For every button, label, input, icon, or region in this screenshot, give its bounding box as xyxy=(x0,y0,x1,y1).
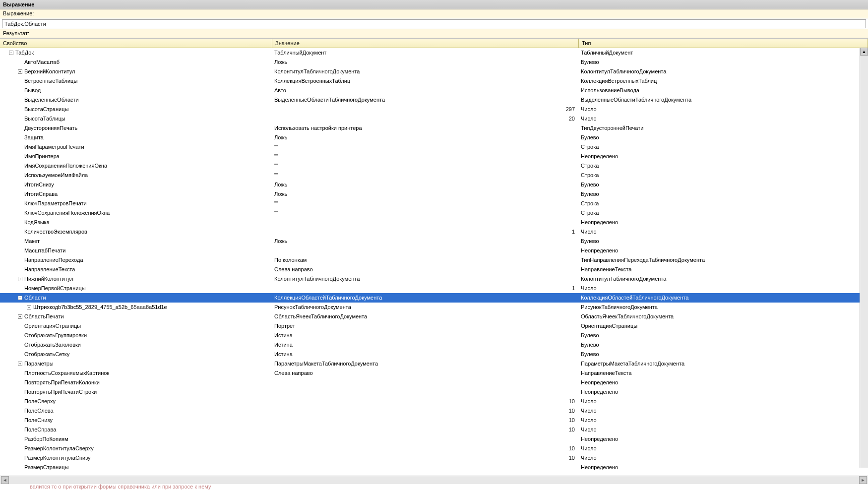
collapse-icon[interactable]: - xyxy=(18,296,22,300)
scroll-right-icon[interactable]: ► xyxy=(859,476,867,484)
property-type: Неопределено xyxy=(579,463,868,472)
column-type[interactable]: Тип xyxy=(579,39,868,48)
table-row[interactable]: +НижнийКолонтитулКолонтитулТабличногоДок… xyxy=(0,274,868,284)
toggle-placeholder xyxy=(18,117,22,121)
table-row[interactable]: ВысотаТаблицы20Число xyxy=(0,114,868,123)
property-type: Строка xyxy=(579,208,868,218)
property-type: ОбластьЯчеекТабличногоДокумента xyxy=(579,312,868,321)
table-row[interactable]: ВстроенныеТаблицыКоллекцияВстроенныхТабл… xyxy=(0,76,868,86)
toggle-placeholder xyxy=(18,343,22,347)
table-row[interactable]: -ТабДокТабличныйДокументТабличныйДокумен… xyxy=(0,48,868,58)
expression-input[interactable] xyxy=(2,19,866,28)
table-row[interactable]: +ВерхнийКолонтитулКолонтитулТабличногоДо… xyxy=(0,67,868,76)
table-row[interactable]: ИтогиСправаЛожьБулево xyxy=(0,189,868,199)
table-row[interactable]: ИмяПараметровПечати""Строка xyxy=(0,142,868,152)
column-property[interactable]: Свойство xyxy=(0,39,272,48)
toggle-placeholder xyxy=(18,248,22,253)
table-row[interactable]: ИмяСохраненияПоложенияОкна""Строка xyxy=(0,161,868,171)
grid-body[interactable]: -ТабДокТабличныйДокументТабличныйДокумен… xyxy=(0,48,868,476)
toggle-placeholder xyxy=(18,183,22,187)
table-row[interactable]: МасштабПечатиНеопределено xyxy=(0,246,868,255)
table-row[interactable]: РазмерСтраницыНеопределено xyxy=(0,463,868,472)
horizontal-scrollbar[interactable]: ◄ ► xyxy=(0,476,868,484)
vertical-scrollbar[interactable]: ▲ xyxy=(860,48,868,468)
table-row[interactable]: ИспользуемоеИмяФайла""Строка xyxy=(0,171,868,180)
table-row[interactable]: ПлотностьСохраняемыхКартинокСлева направ… xyxy=(0,368,868,378)
property-name: Области xyxy=(24,293,46,303)
toggle-placeholder xyxy=(18,164,22,168)
table-row[interactable]: ПовторятьПриПечатиКолонкиНеопределено xyxy=(0,378,868,387)
property-name: Штрихкодb7b3bc55_2829_4755_a52b_65aaa8a5… xyxy=(33,303,167,312)
property-value xyxy=(272,246,579,255)
table-row[interactable]: НомерПервойСтраницы1Число xyxy=(0,284,868,293)
table-row[interactable]: КлючСохраненияПоложенияОкна""Строка xyxy=(0,208,868,218)
table-row[interactable]: +ПараметрыПараметрыМакетаТабличногоДокум… xyxy=(0,359,868,368)
table-row[interactable]: -ОбластиКоллекцияОбластейТабличногоДокум… xyxy=(0,293,868,303)
property-type: КолонтитулТабличногоДокумента xyxy=(579,67,868,76)
property-name: Защита xyxy=(24,133,44,142)
toggle-placeholder xyxy=(18,333,22,338)
table-row[interactable]: ПолеСверху10Число xyxy=(0,397,868,406)
toggle-placeholder xyxy=(18,465,22,470)
property-type: Булево xyxy=(579,331,868,340)
table-row[interactable]: ИтогиСнизуЛожьБулево xyxy=(0,180,868,189)
table-row[interactable]: МакетЛожьБулево xyxy=(0,237,868,246)
table-row[interactable]: ОтображатьСеткуИстинаБулево xyxy=(0,350,868,359)
table-row[interactable]: РазмерКолонтитулаСверху10Число xyxy=(0,444,868,453)
expand-icon[interactable]: + xyxy=(27,305,31,309)
toggle-placeholder xyxy=(18,418,22,423)
property-name: РазмерСтраницы xyxy=(24,463,68,472)
table-row[interactable]: ОриентацияСтраницыПортретОриентацияСтран… xyxy=(0,321,868,331)
toggle-placeholder xyxy=(18,154,22,159)
table-row[interactable]: +Штрихкодb7b3bc55_2829_4755_a52b_65aaa8a… xyxy=(0,303,868,312)
expand-icon[interactable]: + xyxy=(18,314,22,319)
property-type: КоллекцияОбластейТабличногоДокумента xyxy=(579,293,868,303)
scroll-left-icon[interactable]: ◄ xyxy=(1,476,9,484)
table-row[interactable]: НаправлениеПереходаПо колонкамТипНаправл… xyxy=(0,255,868,265)
toggle-placeholder xyxy=(18,390,22,394)
table-row[interactable]: КоличествоЭкземпляров1Число xyxy=(0,227,868,237)
table-row[interactable]: РазборПоКопиямНеопределено xyxy=(0,434,868,444)
table-row[interactable]: ПолеСлева10Число xyxy=(0,406,868,416)
property-name: ОриентацияСтраницы xyxy=(24,321,81,331)
table-row[interactable]: ВыводАвтоИспользованиеВывода xyxy=(0,86,868,95)
property-type: Булево xyxy=(579,237,868,246)
property-name: Вывод xyxy=(24,86,41,95)
property-type: Число xyxy=(579,397,868,406)
table-row[interactable]: ВысотаСтраницы297Число xyxy=(0,105,868,114)
property-type: Неопределено xyxy=(579,218,868,227)
property-name: ВыделенныеОбласти xyxy=(24,95,79,105)
table-row[interactable]: ОтображатьЗаголовкиИстинаБулево xyxy=(0,340,868,350)
table-row[interactable]: ДвусторонняяПечатьИспользовать настройки… xyxy=(0,123,868,133)
table-row[interactable]: АвтоМасштабЛожьБулево xyxy=(0,58,868,67)
table-row[interactable]: ОтображатьГруппировкиИстинаБулево xyxy=(0,331,868,340)
collapse-icon[interactable]: - xyxy=(9,51,13,55)
expression-label: Выражение: xyxy=(0,9,868,18)
table-row[interactable]: ИмяПринтера""Неопределено xyxy=(0,152,868,161)
expand-icon[interactable]: + xyxy=(18,69,22,74)
table-row[interactable]: ПовторятьПриПечатиСтрокиНеопределено xyxy=(0,387,868,397)
table-row[interactable]: ЗащитаЛожьБулево xyxy=(0,133,868,142)
property-name: ВерхнийКолонтитул xyxy=(24,67,75,76)
table-row[interactable]: РазмерКолонтитулаСнизу10Число xyxy=(0,453,868,463)
table-row[interactable]: ПолеСправа10Число xyxy=(0,425,868,434)
property-type: Число xyxy=(579,416,868,425)
table-row[interactable]: ВыделенныеОбластиВыделенныеОбластиТаблич… xyxy=(0,95,868,105)
table-row[interactable]: КодЯзыкаНеопределено xyxy=(0,218,868,227)
table-row[interactable]: КлючПараметровПечати""Строка xyxy=(0,199,868,208)
toggle-placeholder xyxy=(18,456,22,460)
property-value: Ложь xyxy=(272,133,579,142)
expand-icon[interactable]: + xyxy=(18,362,22,366)
table-row[interactable]: +ОбластьПечатиОбластьЯчеекТабличногоДоку… xyxy=(0,312,868,321)
property-value xyxy=(272,387,579,397)
column-value[interactable]: Значение xyxy=(272,39,579,48)
expand-icon[interactable]: + xyxy=(18,277,22,281)
table-row[interactable]: ПолеСнизу10Число xyxy=(0,416,868,425)
window-title: Выражение xyxy=(0,0,868,9)
table-row[interactable]: НаправлениеТекстаСлева направоНаправлени… xyxy=(0,265,868,274)
property-value: ТабличныйДокумент xyxy=(272,48,579,58)
scroll-up-icon[interactable]: ▲ xyxy=(860,48,868,56)
property-value: Использовать настройки принтера xyxy=(272,123,579,133)
property-value: ПараметрыМакетаТабличногоДокумента xyxy=(272,359,579,368)
property-value: КолонтитулТабличногоДокумента xyxy=(272,67,579,76)
